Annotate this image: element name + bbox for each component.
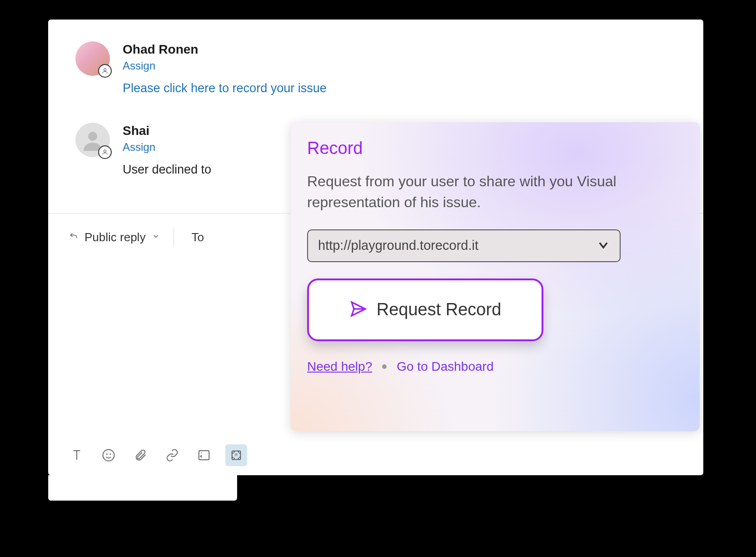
reply-arrow-icon (69, 232, 78, 243)
ticket-panel: Ohad Ronen Assign Please click here to r… (48, 20, 703, 475)
person-badge-icon (98, 64, 112, 78)
avatar[interactable] (75, 123, 110, 157)
editor-toolbar: R (69, 444, 247, 466)
reply-type-selector[interactable]: Public reply (69, 228, 174, 246)
message-item: Ohad Ronen Assign Please click here to r… (75, 41, 676, 95)
chevron-down-icon (152, 232, 160, 242)
dashboard-link[interactable]: Go to Dashboard (397, 359, 493, 374)
url-value: http://playground.torecord.it (318, 238, 478, 253)
popover-footer: Need help? Go to Dashboard (307, 359, 683, 374)
message-content: Ohad Ronen Assign Please click here to r… (123, 41, 676, 95)
message-author: Ohad Ronen (123, 42, 676, 57)
svg-point-3 (103, 450, 114, 461)
popover-title: Record (307, 139, 683, 158)
record-issue-link[interactable]: Please click here to record your issue (123, 81, 327, 95)
reply-type-label: Public reply (85, 230, 145, 244)
assign-link[interactable]: Assign (123, 60, 155, 72)
svg-point-0 (104, 69, 106, 71)
code-block-icon[interactable] (196, 448, 212, 463)
request-record-button[interactable]: Request Record (307, 278, 543, 341)
to-label: To (178, 230, 204, 244)
svg-rect-6 (199, 451, 209, 460)
svg-point-1 (88, 132, 97, 141)
chevron-down-icon (597, 239, 610, 253)
need-help-link[interactable]: Need help? (307, 359, 372, 374)
bottom-tab-stub (48, 475, 237, 501)
popover-description: Request from your user to share with you… (307, 171, 683, 213)
separator-dot (382, 364, 387, 369)
paperclip-icon[interactable] (133, 448, 148, 463)
send-icon (349, 300, 368, 320)
svg-point-5 (110, 454, 110, 454)
avatar[interactable] (75, 41, 110, 76)
link-icon[interactable] (164, 448, 180, 463)
assign-link[interactable]: Assign (123, 141, 155, 154)
record-app-button[interactable]: R (225, 444, 247, 466)
svg-text:R: R (235, 453, 238, 457)
request-record-label: Request Record (377, 300, 502, 319)
url-dropdown[interactable]: http://playground.torecord.it (307, 229, 621, 262)
svg-point-4 (107, 454, 107, 454)
svg-point-2 (104, 150, 106, 152)
person-badge-icon (98, 145, 112, 159)
record-popover: Record Request from your user to share w… (291, 122, 700, 431)
emoji-icon[interactable] (101, 448, 116, 463)
text-format-icon[interactable] (69, 448, 85, 463)
